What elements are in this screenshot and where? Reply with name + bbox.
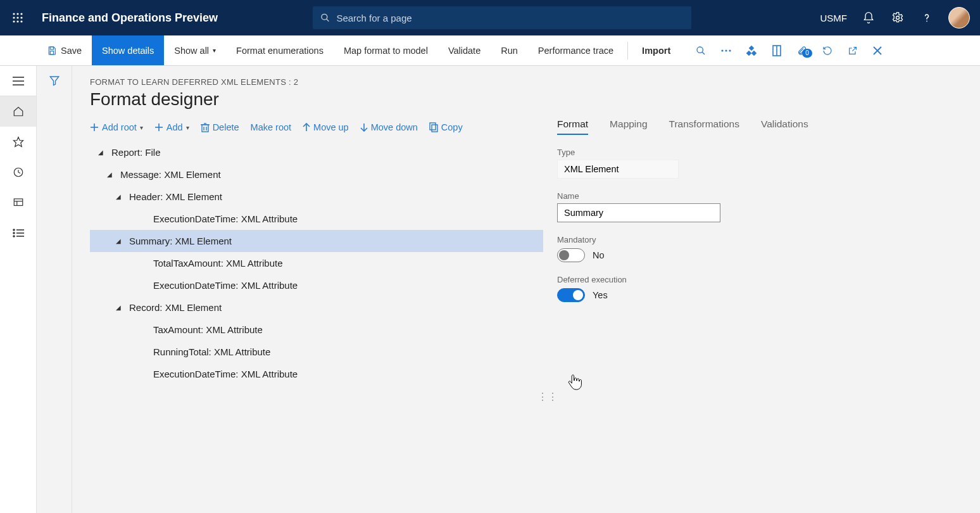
app-launcher-icon[interactable]: [6, 12, 29, 23]
svg-point-6: [13, 20, 15, 22]
tab-validations[interactable]: Validations: [761, 118, 808, 135]
clock-icon[interactable]: [0, 157, 36, 187]
hamburger-icon[interactable]: [0, 66, 36, 96]
workspace-icon[interactable]: [0, 187, 36, 218]
svg-point-0: [13, 13, 15, 15]
tab-format[interactable]: Format: [557, 118, 588, 135]
app-title: Finance and Operations Preview: [42, 11, 218, 25]
svg-rect-21: [746, 50, 751, 55]
type-label: Type: [557, 148, 980, 157]
chevron-down-icon: ▾: [186, 124, 189, 131]
svg-point-3: [13, 16, 15, 18]
refresh-icon[interactable]: [815, 46, 840, 56]
mandatory-toggle[interactable]: [557, 248, 585, 262]
svg-rect-53: [430, 123, 436, 130]
show-all-button[interactable]: Show all▾: [164, 35, 226, 65]
page-title: Format designer: [90, 89, 980, 110]
gear-icon[interactable]: [890, 10, 905, 25]
svg-rect-13: [50, 47, 53, 49]
format-enumerations-button[interactable]: Format enumerations: [226, 35, 334, 65]
nav-rail: [0, 66, 37, 513]
svg-rect-14: [50, 51, 53, 54]
import-button[interactable]: Import: [632, 35, 681, 65]
tree-node[interactable]: ◢ExecutionDateTime: XML Attribute: [90, 274, 543, 296]
name-label: Name: [557, 191, 980, 201]
tree-node-selected[interactable]: ◢Summary: XML Element: [90, 230, 543, 252]
move-up-button[interactable]: Move up: [303, 122, 349, 132]
tab-transformations[interactable]: Transformations: [669, 118, 739, 135]
svg-point-8: [20, 20, 22, 22]
global-search-input[interactable]: [336, 13, 684, 23]
svg-point-2: [20, 13, 22, 15]
delete-button[interactable]: Delete: [201, 122, 239, 132]
diamond-icon[interactable]: [739, 46, 764, 56]
tab-mapping[interactable]: Mapping: [610, 118, 647, 135]
make-root-button[interactable]: Make root: [251, 122, 291, 132]
svg-marker-41: [50, 77, 59, 86]
add-button[interactable]: Add▾: [154, 122, 189, 132]
star-icon[interactable]: [0, 127, 36, 157]
performance-trace-button[interactable]: Performance trace: [528, 35, 624, 65]
show-details-button[interactable]: Show details: [92, 35, 164, 65]
run-button[interactable]: Run: [491, 35, 528, 65]
attach-icon[interactable]: 0: [789, 45, 815, 56]
tree-toolbar: Add root▾ Add▾ Delete Make root Move up …: [90, 118, 543, 141]
office-icon[interactable]: [764, 45, 789, 56]
save-icon: [47, 46, 57, 56]
name-input[interactable]: [557, 203, 720, 222]
search-command-icon[interactable]: [688, 46, 713, 56]
save-button[interactable]: Save: [37, 35, 92, 65]
format-tree: ◢Report: File ◢Message: XML Element ◢Hea…: [90, 141, 543, 385]
breadcrumb: FORMAT TO LEARN DEFERRED XML ELEMENTS : …: [90, 77, 980, 87]
properties-pane: Format Mapping Transformations Validatio…: [552, 118, 980, 513]
mandatory-value: No: [593, 250, 605, 260]
svg-point-1: [16, 13, 18, 15]
svg-rect-46: [202, 125, 208, 132]
help-icon[interactable]: [919, 10, 934, 25]
type-value: XML Element: [557, 160, 679, 179]
tree-node[interactable]: ◢TaxAmount: XML Attribute: [90, 319, 543, 341]
caret-icon[interactable]: ◢: [114, 304, 123, 311]
bell-icon[interactable]: [861, 10, 876, 25]
svg-rect-20: [749, 46, 754, 51]
search-icon: [320, 13, 330, 23]
deferred-value: Yes: [593, 290, 608, 300]
tree-node[interactable]: ◢Report: File: [90, 141, 543, 163]
copy-button[interactable]: Copy: [429, 122, 463, 132]
svg-point-4: [16, 16, 18, 18]
svg-line-16: [702, 52, 705, 54]
deferred-label: Deferred execution: [557, 275, 980, 284]
add-root-button[interactable]: Add root▾: [90, 122, 143, 132]
move-down-button[interactable]: Move down: [360, 122, 418, 132]
svg-rect-32: [14, 199, 23, 206]
home-icon[interactable]: [0, 96, 36, 127]
svg-point-11: [896, 16, 900, 20]
caret-icon[interactable]: ◢: [105, 171, 114, 178]
close-icon[interactable]: [865, 46, 889, 55]
svg-point-37: [13, 232, 15, 234]
tree-node[interactable]: ◢ExecutionDateTime: XML Attribute: [90, 363, 543, 385]
tree-node[interactable]: ◢RunningTotal: XML Attribute: [90, 341, 543, 363]
caret-icon[interactable]: ◢: [114, 193, 123, 200]
deferred-toggle[interactable]: [557, 288, 585, 302]
avatar[interactable]: [948, 7, 970, 28]
popout-icon[interactable]: [840, 46, 865, 56]
map-format-button[interactable]: Map format to model: [334, 35, 438, 65]
splitter-grip[interactable]: ⋮⋮: [543, 118, 552, 513]
tree-node[interactable]: ◢Header: XML Element: [90, 186, 543, 208]
tree-node[interactable]: ◢Message: XML Element: [90, 163, 543, 186]
validate-button[interactable]: Validate: [438, 35, 491, 65]
chevron-down-icon: ▾: [213, 47, 216, 54]
svg-point-5: [20, 16, 22, 18]
more-icon[interactable]: [713, 49, 739, 52]
filter-icon[interactable]: [49, 75, 60, 513]
tree-node[interactable]: ◢TotalTaxAmount: XML Attribute: [90, 252, 543, 274]
caret-icon[interactable]: ◢: [114, 238, 123, 244]
modules-icon[interactable]: [0, 218, 36, 248]
tree-node[interactable]: ◢Record: XML Element: [90, 296, 543, 319]
caret-icon[interactable]: ◢: [96, 149, 105, 156]
global-search[interactable]: [313, 6, 691, 29]
svg-marker-30: [13, 137, 23, 147]
tree-node[interactable]: ◢ExecutionDateTime: XML Attribute: [90, 208, 543, 230]
company-selector[interactable]: USMF: [820, 13, 848, 23]
